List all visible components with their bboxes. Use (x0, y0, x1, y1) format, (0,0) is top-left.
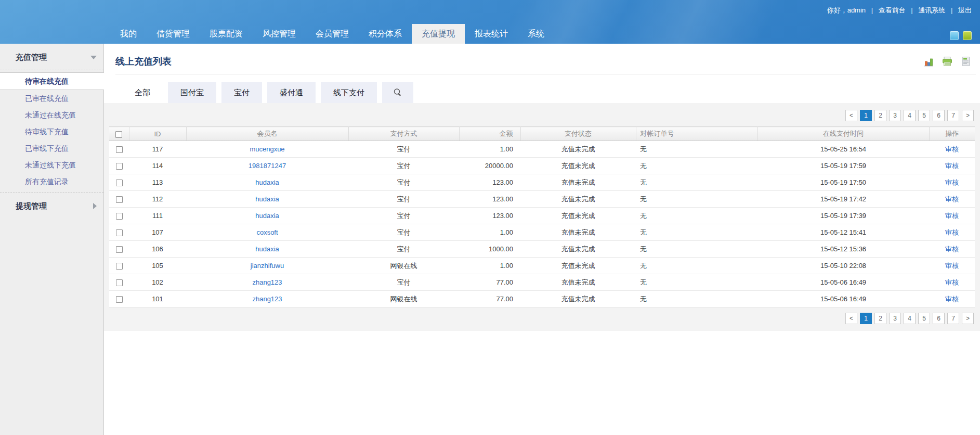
cell-member: zhang123 (186, 274, 348, 291)
table-row: 105jianzhifuwu网银在线1.00充值未完成无15-05-10 22:… (109, 258, 975, 274)
column-header-order_no: 对帐订单号 (636, 127, 757, 141)
audit-link[interactable]: 审核 (945, 195, 959, 203)
nav-item-充值提现[interactable]: 充值提现 (412, 24, 465, 44)
audit-link[interactable]: 审核 (945, 145, 959, 153)
tab-线下支付[interactable]: 线下支付 (321, 82, 377, 103)
row-select-cell (109, 174, 129, 191)
tab-盛付通[interactable]: 盛付通 (267, 82, 316, 103)
audit-link[interactable]: 审核 (945, 212, 959, 220)
sidebar-item-所有充值记录[interactable]: 所有充值记录 (0, 173, 103, 190)
pagination-page-6[interactable]: 6 (933, 110, 945, 121)
audit-link[interactable]: 审核 (945, 262, 959, 270)
audit-link[interactable]: 审核 (945, 228, 959, 236)
cell-amount: 1.00 (459, 224, 520, 241)
view-frontend-link[interactable]: 查看前台 (879, 6, 906, 14)
member-link[interactable]: coxsoft (256, 228, 278, 236)
pagination-page-3[interactable]: 3 (889, 313, 901, 324)
nav-item-会员管理[interactable]: 会员管理 (306, 24, 359, 44)
nav-item-积分体系[interactable]: 积分体系 (359, 24, 412, 44)
member-link[interactable]: jianzhifuwu (251, 262, 284, 270)
sidebar-item-未通过在线充值[interactable]: 未通过在线充值 (0, 107, 103, 123)
pagination-prev[interactable]: < (845, 313, 857, 324)
sidebar-item-待审在线充值[interactable]: 待审在线充值 (0, 72, 104, 90)
table-row: 113hudaxia宝付123.00充值未完成无15-05-19 17:50审核 (109, 174, 975, 191)
pagination-page-3[interactable]: 3 (889, 110, 901, 121)
sidebar-item-已审在线充值[interactable]: 已审在线充值 (0, 90, 103, 107)
row-checkbox[interactable] (116, 296, 123, 303)
audit-link[interactable]: 审核 (945, 162, 959, 170)
pagination-next[interactable]: > (962, 110, 974, 121)
sidebar-item-未通过线下充值[interactable]: 未通过线下充值 (0, 157, 103, 173)
nav-item-系统[interactable]: 系统 (518, 24, 554, 44)
row-checkbox[interactable] (116, 163, 123, 170)
row-select-cell (109, 141, 129, 158)
audit-link[interactable]: 审核 (945, 178, 959, 186)
logout-link[interactable]: 退出 (958, 6, 972, 14)
pagination-next[interactable]: > (962, 313, 974, 324)
blue-square-icon[interactable] (950, 31, 959, 40)
tab-国付宝[interactable]: 国付宝 (168, 82, 216, 103)
sidebar-item-已审线下充值[interactable]: 已审线下充值 (0, 140, 103, 157)
green-square-icon[interactable] (963, 31, 972, 40)
cell-order_no: 无 (636, 274, 757, 291)
member-link[interactable]: hudaxia (255, 195, 279, 203)
row-select-cell (109, 274, 129, 291)
pagination-page-4[interactable]: 4 (904, 110, 916, 121)
pagination-page-1[interactable]: 1 (860, 313, 872, 324)
pagination-page-2[interactable]: 2 (874, 110, 886, 121)
pagination-page-5[interactable]: 5 (918, 110, 930, 121)
nav-item-我的[interactable]: 我的 (110, 24, 147, 44)
pagination-page-5[interactable]: 5 (918, 313, 930, 324)
row-checkbox[interactable] (116, 180, 123, 186)
member-link[interactable]: zhang123 (252, 278, 282, 286)
sidebar-item-待审线下充值[interactable]: 待审线下充值 (0, 123, 103, 140)
printer-icon[interactable] (942, 56, 953, 67)
select-all-checkbox[interactable] (115, 131, 122, 138)
cell-status: 充值未完成 (520, 141, 636, 158)
nav-item-风控管理[interactable]: 风控管理 (253, 24, 306, 44)
member-link[interactable]: hudaxia (255, 245, 279, 253)
cell-action: 审核 (929, 191, 975, 208)
member-link[interactable]: zhang123 (252, 295, 282, 303)
pagination-page-6[interactable]: 6 (933, 313, 945, 324)
member-link[interactable]: hudaxia (255, 212, 279, 220)
audit-link[interactable]: 审核 (945, 245, 959, 253)
bar-chart-icon[interactable] (923, 56, 934, 67)
cell-method: 宝付 (348, 208, 459, 224)
nav-item-借贷管理[interactable]: 借贷管理 (147, 24, 200, 44)
cell-action: 审核 (929, 291, 975, 308)
pagination-prev[interactable]: < (845, 110, 857, 121)
table-row: 111hudaxia宝付123.00充值未完成无15-05-19 17:39审核 (109, 208, 975, 224)
cell-status: 充值未完成 (520, 208, 636, 224)
pagination-page-1[interactable]: 1 (860, 110, 872, 121)
member-link[interactable]: mucengxue (250, 145, 284, 153)
cell-amount: 77.00 (459, 291, 520, 308)
pagination-page-2[interactable]: 2 (874, 313, 886, 324)
row-checkbox[interactable] (116, 146, 123, 153)
pagination-page-4[interactable]: 4 (904, 313, 916, 324)
member-link[interactable]: hudaxia (255, 178, 279, 186)
row-checkbox[interactable] (116, 196, 123, 203)
row-checkbox[interactable] (116, 263, 123, 270)
row-checkbox[interactable] (116, 246, 123, 253)
messaging-system-link[interactable]: 通讯系统 (918, 6, 945, 14)
sidebar-section-提现管理[interactable]: 提现管理 (0, 196, 103, 216)
search-tab[interactable] (382, 82, 413, 103)
row-checkbox[interactable] (116, 213, 123, 220)
sidebar-section-充值管理[interactable]: 充值管理 (0, 47, 103, 68)
cell-status: 充值未完成 (520, 258, 636, 274)
tab-宝付[interactable]: 宝付 (221, 82, 262, 103)
nav-item-报表统计[interactable]: 报表统计 (465, 24, 518, 44)
nav-item-股票配资[interactable]: 股票配资 (200, 24, 253, 44)
audit-link[interactable]: 审核 (945, 278, 959, 286)
member-link[interactable]: 1981871247 (249, 162, 286, 170)
audit-link[interactable]: 审核 (945, 295, 959, 303)
export-document-icon[interactable] (960, 56, 972, 67)
table-row: 101zhang123网银在线77.00充值未完成无15-05-06 16:49… (109, 291, 975, 308)
tab-全部[interactable]: 全部 (122, 82, 163, 103)
row-checkbox[interactable] (116, 229, 123, 236)
pagination-page-7[interactable]: 7 (947, 110, 959, 121)
row-checkbox[interactable] (116, 279, 123, 286)
table-row: 102zhang123宝付77.00充值未完成无15-05-06 16:49审核 (109, 274, 975, 291)
pagination-page-7[interactable]: 7 (947, 313, 959, 324)
